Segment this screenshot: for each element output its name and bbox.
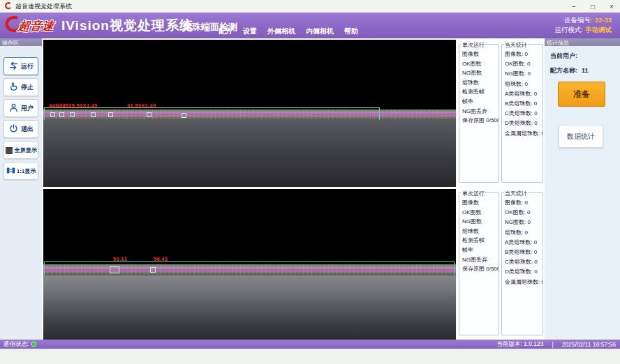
stat-row: NG图丢弃 [462,256,499,266]
stat-row: B类熔珠数: 0 [505,248,542,258]
stat-row: 保存原图 0/500 [462,116,499,126]
run-icon [8,61,19,73]
menu-item[interactable]: 内侧相机 [306,26,334,36]
comm-status-label: 通信状态: [3,340,29,349]
menu-item[interactable]: 设置 [243,26,257,36]
one-to-one-icon [6,166,15,176]
stat-row: 图像数 [462,50,499,60]
group-title: 当天统计 [504,190,528,197]
version-label: 当前版本: [496,340,522,347]
measurement-annotation: 44N88539.53X1.49 [49,103,97,109]
user-button[interactable]: 用户 [3,99,38,117]
measurement-annotation: 53.11 [113,256,127,262]
status-bar: 通信状态: 当前版本: 1.0.123 | 2025/02/11 16:57:5… [0,340,620,349]
stat-row: 检测丢帧 [462,88,499,98]
fullscreen-grid-icon: ▦ [5,146,13,154]
single-run-group: 单次运行 图像数OK图数NG图数熔珠数检测丢帧帧率NG图丢弃保存原图 0/500 [459,44,499,183]
stats-section-top: 单次运行 图像数OK图数NG图数熔珠数检测丢帧帧率NG图丢弃保存原图 0/500… [457,38,545,187]
stat-row: D类熔珠数: 0 [505,268,542,278]
minimize-button[interactable]: − [570,3,578,10]
user-icon [8,103,19,114]
group-title: 当天统计 [504,41,528,49]
menu-item[interactable]: 外侧相机 [267,26,295,36]
maximize-button[interactable]: □ [589,3,597,10]
stat-row: OK图数 [462,60,499,70]
stat-row: 图像数: 0 [505,50,542,60]
one-to-one-button-label: 1:1显示 [17,167,36,175]
stat-row: 熔珠数 [462,79,499,89]
device-number-value: 22-33 [595,16,612,24]
desktop-strip [0,349,620,364]
run-button-label: 运行 [21,62,34,71]
detection-box [50,112,55,117]
stat-row: NG图丢弃 [462,107,499,117]
data-statistics-button[interactable]: 数据统计 [559,125,603,148]
stat-row: A类熔珠数: 0 [505,90,542,100]
stat-row: NG图数: 0 [505,70,542,79]
power-icon [8,123,19,135]
user-button-label: 用户 [21,104,34,113]
one-to-one-button[interactable]: 1:1显示 [3,162,38,180]
separator: | [552,341,553,348]
stat-row: 熔珠数: 0 [505,229,542,238]
logo-text: 超音速 [17,18,54,34]
daily-stats-group: 当天统计 图像数: 0OK图数: 0NG图数: 0熔珠数: 0A类熔珠数: 0B… [501,44,543,183]
detection-box [108,112,113,117]
current-user-label: 当前用户: [550,52,577,59]
brand-logo: 超音速 [3,15,54,37]
stat-row: 金属屑熔珠数: 0 [505,130,542,139]
info-panel: 统计信息 当前用户: 配方名称:11 准备 数据统计 [545,38,620,340]
single-run-group: 单次运行 图像数OK图数NG图数熔珠数检测丢帧帧率NG图丢弃保存原图 0/500 [459,192,499,335]
stat-row: OK图数 [462,208,499,218]
recipe-name-value: 11 [582,67,589,74]
group-title: 单次运行 [462,190,485,197]
stat-row: 图像数: 0 [505,199,542,208]
detection-box [59,112,64,117]
stop-button[interactable]: 停止 [3,78,38,96]
prepare-button[interactable]: 准备 [558,82,605,107]
detection-box [182,113,186,118]
run-button[interactable]: 运行 [3,57,38,75]
app-header: 超音速 IVision视觉处理系统 熔珠端面检测 配方 设置 外侧相机 内侧相机… [0,13,620,38]
image-background-gradient [43,275,456,340]
info-panel-title: 统计信息 [545,38,620,46]
datetime: 2025/02/11 16:57:56 [562,341,616,348]
image-background-gradient [43,120,456,187]
page-title: IVision视觉处理系统 [61,17,193,35]
detection-box [70,112,75,117]
statistics-column: 单次运行 图像数OK图数NG图数熔珠数检测丢帧帧率NG图丢弃保存原图 0/500… [457,38,545,340]
run-mode-label: 运行模式: [554,26,583,33]
menu-item[interactable]: 帮助 [344,26,358,36]
group-title: 单次运行 [462,41,485,49]
detection-box [150,267,156,273]
stat-row: 帧率 [462,98,499,107]
detection-box [91,112,96,117]
operation-sidebar: 操作区 运行 停止 用户 [0,38,42,340]
stat-row: NG图数 [462,69,499,79]
daily-stats-group: 当天统计 图像数: 0OK图数: 0NG图数: 0熔珠数: 0A类熔珠数: 0B… [501,192,543,335]
recipe-name-label: 配方名称: [550,67,577,74]
run-mode-value: 手动调试 [585,26,612,33]
app-window: 超音速视觉处理系统 − □ × 超音速 IVision视觉处理系统 熔珠端面检测… [0,0,620,364]
stat-row: A类熔珠数: 0 [505,238,542,248]
close-button[interactable]: × [607,3,616,10]
stat-row: B类熔珠数: 0 [505,100,542,109]
stat-row: 帧率 [462,246,499,256]
sidebar-title: 操作区 [0,38,42,46]
current-user-line: 当前用户: [550,52,620,61]
app-icon [4,0,12,13]
window-title: 超音速视觉处理系统 [15,2,72,11]
stop-hand-icon [8,82,19,93]
exit-button[interactable]: 退出 [3,120,38,138]
stat-row: 检测丢帧 [462,236,499,246]
stop-button-label: 停止 [21,83,34,92]
stat-row: D类熔珠数: 0 [505,119,542,129]
fullscreen-button[interactable]: ▦ 全屏显示 [3,141,38,159]
stat-row: 熔珠数: 0 [505,80,542,90]
os-titlebar: 超音速视觉处理系统 − □ × [0,0,620,13]
device-info: 设备编号:22-33 运行模式:手动调试 [554,15,612,35]
menu-item[interactable]: 配方 [219,26,232,36]
stat-row: OK图数: 0 [505,208,542,218]
recipe-line: 配方名称:11 [550,66,620,75]
stat-row: C类熔珠数: 0 [505,258,542,268]
